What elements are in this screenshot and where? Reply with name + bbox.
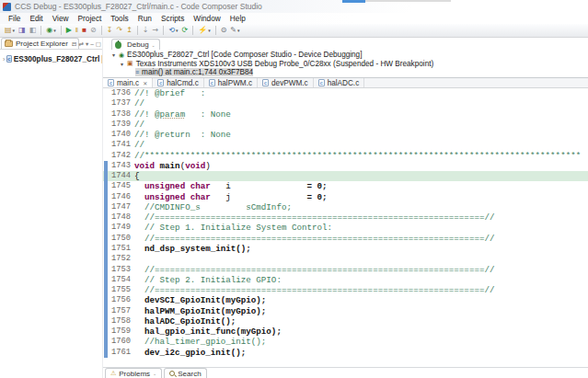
line-number[interactable]: 1744 — [108, 171, 134, 181]
menu-help[interactable]: Help — [225, 14, 250, 23]
code-text[interactable]: halPWM_GpioInit(myGpio); — [134, 306, 266, 316]
line-number[interactable]: 1756 — [108, 295, 134, 305]
line-number[interactable]: 1750 — [108, 234, 134, 244]
terminate-button[interactable]: ■ — [80, 25, 88, 36]
code-text[interactable]: // — [134, 98, 144, 109]
minimize-icon[interactable]: – — [90, 40, 94, 47]
close-icon[interactable]: ✕ — [143, 80, 147, 86]
project-tree-item[interactable]: › c ES300plus_F28027_Ctrl [Active - Debu… — [0, 54, 102, 63]
line-number[interactable]: 1736 — [108, 88, 134, 98]
step-into-button[interactable]: ↧ — [105, 25, 115, 36]
debug-button[interactable]: ◉▾ — [44, 25, 58, 36]
line-number[interactable]: 1755 — [108, 285, 134, 295]
line-number[interactable]: 1740 — [108, 130, 134, 140]
menu-edit[interactable]: Edit — [25, 14, 47, 23]
code-text[interactable]: // — [134, 120, 144, 130]
tab-debug[interactable]: Debug ⌄ — [111, 39, 160, 50]
line-number[interactable]: 1745 — [108, 181, 134, 191]
step-over-button[interactable]: ↷ — [114, 25, 124, 36]
step-return-button[interactable]: ↥ — [124, 25, 134, 36]
code-text[interactable]: void main(void) — [134, 161, 211, 171]
line-number[interactable]: 1758 — [108, 316, 134, 326]
tab-problems[interactable]: ⚠Problems⌄ — [105, 368, 162, 378]
debug-session-row[interactable]: ▾◉ES300plus_F28027_Ctrl [Code Composer S… — [103, 51, 588, 60]
menu-view[interactable]: View — [48, 14, 74, 23]
code-text[interactable]: //**************************************… — [134, 151, 581, 161]
menu-run[interactable]: Run — [133, 14, 156, 23]
line-number[interactable]: 1748 — [108, 212, 134, 223]
code-text[interactable]: //CMDINFO_s sCmdInfo; — [134, 202, 292, 212]
disconnect-button[interactable]: ⊘ — [88, 25, 98, 36]
menu-file[interactable]: File — [4, 14, 25, 23]
code-text[interactable]: //======================================… — [134, 234, 494, 244]
collapse-all-icon[interactable]: ⊟ — [72, 40, 76, 47]
code-text[interactable]: //======================================… — [134, 212, 494, 223]
maximize-icon[interactable]: ▢ — [96, 40, 101, 47]
line-number[interactable]: 1739 — [108, 120, 134, 130]
debug-thread-row[interactable]: ▾▣Texas Instruments XDS100v3 USB Debug P… — [103, 60, 588, 69]
line-number[interactable]: 1759 — [108, 326, 134, 337]
line-number[interactable]: 1746 — [108, 192, 134, 202]
save-button[interactable]: ◨ — [17, 25, 28, 36]
restart-button[interactable]: ⟳ — [179, 25, 190, 36]
line-number[interactable]: 1749 — [108, 223, 134, 233]
code-text[interactable]: //! @param : None — [134, 109, 231, 120]
line-number[interactable]: 1738 — [108, 109, 134, 120]
view-menu-icon[interactable]: ▾ — [86, 40, 88, 47]
line-number[interactable]: 1761 — [108, 348, 134, 358]
code-text[interactable]: unsigned char i = 0; — [134, 181, 328, 191]
menu-project[interactable]: Project — [74, 14, 107, 23]
code-text[interactable]: //hal_timer_gpio_init(); — [134, 337, 266, 347]
new-button[interactable]: ▤▾ — [3, 25, 17, 36]
editor-tab-halPWM.c[interactable]: chalPWM.c — [204, 78, 258, 87]
line-number[interactable]: 1754 — [108, 275, 134, 285]
link-editor-icon[interactable]: ⇄ — [79, 40, 84, 47]
editor-tab-halCmd.c[interactable]: chalCmd.c — [153, 78, 204, 87]
code-text[interactable]: //! @return : None — [134, 130, 231, 140]
tab-project-explorer[interactable]: Project Explorer ⌄ — [1, 38, 79, 49]
code-text[interactable]: devSCI_GpioInit(myGpio); — [134, 295, 266, 305]
editor-tab-main.c[interactable]: cmain.c✕ — [103, 78, 153, 87]
tab-search[interactable]: Search — [164, 368, 206, 378]
line-number[interactable]: 1742 — [108, 151, 134, 161]
code-text[interactable]: { — [134, 171, 140, 181]
line-number[interactable]: 1747 — [108, 202, 134, 212]
assembly-step-over-button[interactable]: ⇝ — [151, 25, 161, 36]
code-text[interactable]: hal_gpio_init_func(myGpio); — [134, 326, 282, 337]
code-text[interactable]: nd_dsp_system_init(); — [134, 244, 251, 254]
code-text[interactable]: //======================================… — [134, 285, 494, 295]
expander-icon[interactable]: ▾ — [121, 61, 127, 67]
code-text[interactable]: // — [134, 140, 144, 150]
menu-window[interactable]: Window — [189, 14, 225, 23]
code-editor[interactable]: 1736//! @brief :1737//1738//! @param : N… — [103, 88, 588, 359]
menu-tools[interactable]: Tools — [106, 14, 133, 23]
code-text[interactable]: halADC_GpioInit(); — [134, 316, 236, 326]
save-all-button[interactable]: ◧ — [28, 25, 39, 36]
line-number[interactable]: 1751 — [108, 244, 134, 254]
editor-tab-devPWM.c[interactable]: cdevPWM.c — [258, 78, 314, 87]
editor-tab-halADC.c[interactable]: chalADC.c — [314, 78, 365, 87]
code-text[interactable]: // Step 1. Initialize System Control: — [134, 223, 332, 233]
line-number[interactable]: 1760 — [108, 337, 134, 347]
expander-icon[interactable]: › — [3, 56, 5, 63]
line-number[interactable]: 1737 — [108, 98, 134, 109]
line-number[interactable]: 1743 — [108, 161, 134, 171]
code-text[interactable]: //! @brief : — [134, 88, 205, 98]
code-text[interactable]: // Step 2. Initialize GPIO: — [134, 275, 282, 285]
line-number[interactable]: 1741 — [108, 140, 134, 150]
code-text[interactable]: //======================================… — [134, 265, 494, 275]
stack-frame-main[interactable]: ≡main() at main.c:1,744 0x3F7B84 — [103, 68, 588, 77]
menu-scripts[interactable]: Scripts — [156, 14, 189, 23]
flash-button[interactable]: ⚡▾ — [196, 25, 213, 36]
suspend-button[interactable]: ‖ — [74, 25, 80, 36]
highlight-button[interactable]: ⊙ — [219, 25, 229, 36]
reset-button[interactable]: ⟲▾ — [167, 25, 179, 36]
line-number[interactable]: 1752 — [108, 254, 134, 264]
resume-button[interactable]: ▶ — [64, 25, 74, 36]
edit-button[interactable]: ✎▾ — [228, 25, 241, 36]
expander-icon[interactable]: ▾ — [112, 52, 119, 58]
code-text[interactable]: unsigned char j = 0; — [134, 192, 328, 202]
assembly-step-into-button[interactable]: ⇣ — [141, 25, 151, 36]
code-text[interactable]: dev_i2c_gpio_init(); — [134, 348, 246, 358]
line-number[interactable]: 1757 — [108, 306, 134, 316]
